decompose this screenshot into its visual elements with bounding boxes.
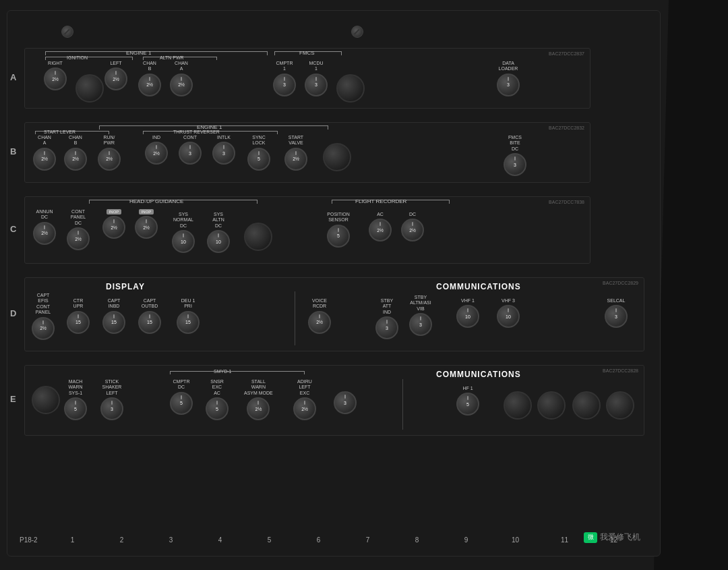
knob-blank-e3[interactable] [537, 391, 566, 420]
knob-inop-2-dial[interactable]: 2½ [135, 216, 158, 239]
knob-annun-dc-dial[interactable]: 2½ [33, 222, 56, 245]
knob-voice-rcdr-dial[interactable]: 2½ [308, 311, 331, 334]
knob-stby-altm-asi[interactable]: STBYALTM/ASIVIB 3 [409, 295, 432, 336]
knob-capt-efis-dial[interactable]: 2½ [32, 317, 55, 340]
knob-run-pwr[interactable]: RUN/PWR 2½ [98, 135, 121, 171]
knob-data-loader[interactable]: DATALOADER 3 [497, 61, 520, 96]
knob-inop-2[interactable]: INOP 2½ [135, 209, 158, 239]
knob-blank-c1-dial[interactable] [244, 223, 272, 251]
knob-instr-xfr[interactable] [32, 386, 60, 414]
knob-blank-e4[interactable] [572, 391, 601, 420]
knob-sync-lock[interactable]: SYNCLOCK 5 [247, 135, 270, 171]
knob-selcal-dial[interactable]: 3 [605, 305, 628, 328]
knob-stby-att-ind-dial[interactable]: 3 [375, 316, 398, 339]
knob-adiru-left-dial[interactable]: 2½ [293, 397, 316, 420]
knob-blank-b1[interactable] [323, 143, 351, 171]
knob-stall-warn[interactable]: STALLWARNASYM MODE 2½ [244, 379, 273, 420]
knob-blank-a2-dial[interactable] [336, 74, 365, 103]
knob-blank-a2[interactable] [336, 74, 365, 103]
knob-cont-panel-dc-dial[interactable]: 2½ [67, 227, 90, 250]
knob-chan-b-b[interactable]: CHANB 2½ [64, 135, 87, 171]
knob-capt-outbd-dial[interactable]: 15 [138, 311, 161, 334]
knob-capt-inbd[interactable]: CAPTINBD 15 [102, 298, 125, 334]
knob-sys-normal-dc-dial[interactable]: 10 [172, 230, 195, 253]
knob-stick-shaker-dial[interactable]: 3 [100, 397, 123, 420]
knob-vhf1[interactable]: VHF 1 10 [456, 298, 479, 328]
knob-ctr-upr[interactable]: CTRUPR 15 [67, 298, 90, 334]
knob-ind[interactable]: IND 2½ [145, 135, 168, 165]
knob-stick-shaker[interactable]: STICKSHAKERLEFT 3 [100, 379, 123, 420]
knob-annun-dc[interactable]: ANNUNDC 2½ [33, 209, 56, 245]
knob-flight-rec-dc-dial[interactable]: 2½ [401, 219, 424, 241]
knob-chan-b[interactable]: CHANB 2½ [138, 61, 161, 96]
knob-stall-warn-dial[interactable]: 2½ [247, 397, 270, 420]
knob-cmptr1[interactable]: CMPTR1 3 [273, 61, 296, 96]
knob-flight-rec-ac[interactable]: AC 2½ [369, 212, 392, 241]
knob-snsr-exc-ac-dial[interactable]: 5 [206, 397, 229, 420]
knob-instr-xfr-dial[interactable] [32, 386, 60, 414]
knob-mcdu1-dial[interactable]: 3 [305, 74, 328, 96]
knob-vhf3[interactable]: VHF 3 10 [497, 298, 520, 328]
knob-blank-a1-dial[interactable] [75, 74, 104, 103]
knob-start-valve[interactable]: STARTVALVE 2½ [284, 135, 307, 171]
knob-hf1[interactable]: HF 1 5 [456, 386, 479, 416]
knob-left[interactable]: LEFT 2½ [104, 61, 127, 90]
knob-stby-altm-asi-dial[interactable]: 3 [409, 313, 432, 336]
knob-cont-dial[interactable]: 3 [179, 142, 202, 165]
knob-hf1-dial[interactable]: 5 [456, 393, 479, 416]
knob-run-pwr-dial[interactable]: 2½ [98, 148, 121, 171]
knob-intlk-dial[interactable]: 3 [212, 142, 235, 165]
knob-data-loader-dial[interactable]: 3 [497, 74, 520, 96]
knob-chan-a-b-dial[interactable]: 2½ [33, 148, 56, 171]
knob-capt-inbd-dial[interactable]: 15 [102, 311, 125, 334]
knob-right[interactable]: RIGHT 2½ [44, 61, 67, 90]
knob-right-dial[interactable]: 2½ [44, 67, 67, 90]
knob-blank-e1[interactable]: 3 [334, 391, 357, 414]
knob-voice-rcdr[interactable]: VOICERCDR 2½ [308, 298, 331, 334]
knob-selcal[interactable]: SELCAL 3 [605, 298, 628, 328]
knob-deu1-pri[interactable]: DEU 1PRI 15 [177, 298, 200, 334]
knob-blank-e3-dial[interactable] [537, 391, 566, 420]
knob-mcdu1[interactable]: MCDU1 3 [305, 61, 328, 96]
knob-blank-b1-dial[interactable] [323, 143, 351, 171]
knob-snsr-exc-ac[interactable]: SNSREXCAC 5 [206, 379, 229, 420]
knob-stby-att-ind[interactable]: STBYATTIND 3 [375, 298, 398, 339]
knob-blank-e5-dial[interactable] [606, 391, 634, 420]
knob-inop-1-dial[interactable]: 2½ [102, 216, 125, 239]
knob-capt-efis[interactable]: CAPTEFISCONTPANEL 2½ [32, 293, 55, 340]
knob-capt-outbd[interactable]: CAPTOUTBD 15 [138, 298, 161, 334]
knob-blank-e1-dial[interactable]: 3 [334, 391, 357, 414]
knob-chan-b-b-dial[interactable]: 2½ [64, 148, 87, 171]
knob-adiru-left[interactable]: ADIRULEFTEXC 2½ [293, 379, 316, 420]
knob-cmptr-dc[interactable]: CMPTRDC 5 [170, 379, 193, 415]
knob-cmptr-dc-dial[interactable]: 5 [170, 392, 193, 415]
knob-blank-e4-dial[interactable] [572, 391, 601, 420]
knob-start-valve-dial[interactable]: 2½ [284, 148, 307, 171]
knob-blank-a1[interactable] [75, 74, 104, 103]
knob-sys-normal-dc[interactable]: SYSNORMALDC 10 [172, 212, 195, 253]
knob-vhf3-dial[interactable]: 10 [497, 305, 520, 328]
knob-chan-b-dial[interactable]: 2½ [138, 74, 161, 96]
knob-sys-altn-dc[interactable]: SYSALTNDC 10 [207, 212, 230, 253]
knob-chan-a[interactable]: CHANA 2½ [170, 61, 193, 96]
knob-chan-a-dial[interactable]: 2½ [170, 74, 193, 96]
knob-cmptr1-dial[interactable]: 3 [273, 74, 296, 96]
knob-intlk[interactable]: INTLK 3 [212, 135, 235, 165]
knob-sys-altn-dc-dial[interactable]: 10 [207, 230, 230, 253]
knob-cont-panel-dc[interactable]: CONTPANELDC 2½ [67, 209, 90, 250]
knob-flight-rec-ac-dial[interactable]: 2½ [369, 219, 392, 241]
knob-deu1-pri-dial[interactable]: 15 [177, 311, 200, 334]
knob-sync-lock-dial[interactable]: 5 [247, 148, 270, 171]
knob-fmcs-bite-dial[interactable]: 3 [504, 153, 526, 176]
knob-inop-1[interactable]: INOP 2½ [102, 209, 125, 239]
knob-flight-rec-dc[interactable]: DC 2½ [401, 212, 424, 241]
knob-cont[interactable]: CONT 3 [179, 135, 202, 165]
knob-blank-c1[interactable] [244, 223, 272, 251]
knob-blank-e5[interactable] [606, 391, 634, 420]
knob-position-sensor[interactable]: POSITIONSENSOR 5 [327, 212, 350, 248]
knob-ctr-upr-dial[interactable]: 15 [67, 311, 90, 334]
knob-left-dial[interactable]: 2½ [104, 67, 127, 90]
knob-blank-e2[interactable] [504, 391, 532, 420]
knob-vhf1-dial[interactable]: 10 [456, 305, 479, 328]
knob-mach-warn-dial[interactable]: 5 [64, 397, 87, 420]
